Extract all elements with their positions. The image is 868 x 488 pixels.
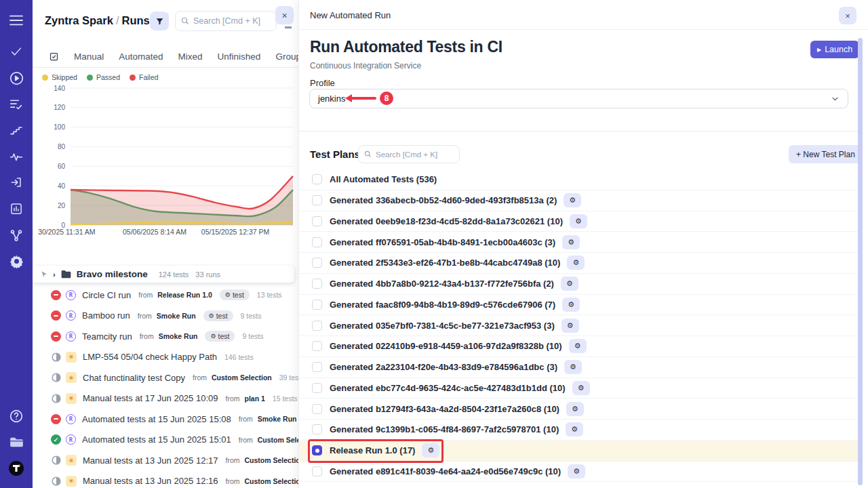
tab-mixed[interactable]: Mixed [178,52,203,62]
branch-icon [9,229,23,242]
runs-search[interactable] [175,11,277,31]
test-plan-row[interactable]: Generated 4bb7a8b0-9212-43a4-b137-f772fe… [299,274,858,295]
chevron-right-icon[interactable]: › [53,270,56,279]
test-plan-row[interactable]: Generated 0eeb9e18-f23d-4cd5-82dd-8a1a73… [299,211,858,232]
test-plan-settings-button[interactable]: ⚙ [568,464,585,479]
sidebar-item-steps-icon[interactable] [0,119,33,141]
test-plan-label: Generated 0eeb9e18-f23d-4cd5-82dd-8a1a73… [330,216,563,226]
run-row[interactable]: ✳Manual tests at 17 Jun 2025 10:09frompl… [33,388,298,409]
test-plans-search-input[interactable] [376,150,452,159]
checkbox[interactable] [312,362,322,372]
tab-unfinished[interactable]: Unfinished [218,52,261,62]
legend-dot [42,75,48,81]
sidebar-item-list-check-icon[interactable] [0,94,33,115]
checkbox-checked[interactable] [312,445,322,455]
checkbox[interactable] [312,383,322,393]
checkbox[interactable] [312,321,322,331]
checkbox[interactable] [312,279,322,289]
test-plan-row[interactable]: Generated 9c1399b1-c065-4f84-8697-7af2c5… [299,420,858,441]
test-plan-row[interactable]: Generated 2a223104-f20e-4b43-83d9-e78459… [299,357,858,378]
run-row[interactable]: RAutomated tests at 15 Jun 2025 15:08fro… [33,409,298,430]
test-plan-settings-button[interactable]: ⚙ [564,360,582,374]
checkbox[interactable] [312,237,322,247]
new-test-plan-button[interactable]: + New Test Plan [789,145,863,163]
test-plan-row[interactable]: Generated ebc77c4d-9635-424c-ac5e-427483… [299,378,858,399]
test-plan-row[interactable]: Generated 022410b9-e918-4459-a106-97d2a9… [299,336,858,357]
test-plan-settings-button[interactable]: ⚙ [569,339,587,353]
checkbox[interactable] [312,300,322,310]
search-icon [364,150,372,158]
sidebar-item-sign-in-icon[interactable] [0,171,33,193]
test-plan-row[interactable]: Generated 2f5343e3-ef26-47b1-be8b-44cabc… [299,253,858,274]
run-config-badge[interactable]: ⚙test [205,331,235,342]
launch-button[interactable]: ▶ Launch [810,41,859,58]
run-name: Automated tests at 15 Jun 2025 15:01 [82,434,231,445]
run-config-badge[interactable]: ⚙test [220,289,250,300]
runs-close-button[interactable]: × [275,6,294,24]
app-root: Zyntra Spark/Runs × ManualAutomatedMixed… [0,0,868,488]
test-plans-search[interactable] [358,145,460,163]
breadcrumb-page: Runs [121,14,149,26]
sidebar-item-help-icon[interactable] [0,405,33,427]
sidebar-item-branch-icon[interactable] [0,224,33,246]
sidebar-item-check-icon[interactable] [0,41,33,62]
checkbox[interactable] [312,341,322,351]
breadcrumb-app[interactable]: Zyntra Spark [45,14,113,26]
run-row[interactable]: ✳Manual tests at 13 Jun 2025 12:16fromCu… [33,471,298,488]
run-row[interactable]: ✳LMP-554 05/04 check Happy Path146 tests [33,347,298,368]
test-plan-settings-button[interactable]: ⚙ [567,256,585,270]
test-plan-row[interactable]: Generated e891c41f-8039-4e64-aa24-e0d56e… [299,462,858,483]
tab-groups[interactable]: Groups [275,52,298,62]
filter-button[interactable] [150,12,169,30]
checkbox[interactable] [312,216,322,226]
test-plan-row-selected[interactable]: Release Run 1.0 (17)⚙ [299,441,858,462]
tab-manual[interactable]: Manual [74,52,104,62]
test-plan-row[interactable]: Generated ff076591-05ab-4b4b-8491-1ecb00… [299,232,858,253]
test-plan-settings-button[interactable]: ⚙ [570,214,587,228]
sidebar-item-folder-icon[interactable] [0,431,33,453]
test-plan-settings-button[interactable]: ⚙ [564,193,581,207]
sidebar-item-bar-chart-icon[interactable] [0,198,33,220]
profile-select[interactable]: jenkins [309,89,848,108]
checkbox[interactable] [312,466,322,476]
checkbox[interactable] [312,258,322,268]
test-plan-settings-button[interactable]: ⚙ [566,422,583,436]
vertical-scrollbar[interactable] [858,38,863,485]
run-row[interactable]: ✓RAutomated tests at 15 Jun 2025 15:01fr… [33,430,298,451]
test-plan-settings-button[interactable]: ⚙ [561,319,579,333]
tab-automated[interactable]: Automated [119,52,163,62]
test-plan-row[interactable]: All Automated Tests (536) [299,169,858,190]
test-plan-settings-button[interactable]: ⚙ [572,381,590,395]
checkbox[interactable] [312,404,322,414]
sidebar-item-logo-t-icon[interactable] [0,458,33,479]
sidebar-item-gear-icon[interactable] [0,250,33,272]
svg-text:05/15/2025 12:37 PM: 05/15/2025 12:37 PM [201,228,269,236]
runs-search-input[interactable] [193,16,268,26]
milestone-row[interactable]: › Bravo milestone 124 tests 33 runs [33,266,294,283]
run-row[interactable]: RTeamcity runfromSmoke Run⚙test9 tests [33,326,298,347]
test-plan-settings-button[interactable]: ⚙ [562,235,580,249]
failed-status-icon [51,331,61,342]
run-row[interactable]: RBamboo runfromSmoke Run⚙test9 tests [33,306,298,327]
run-row[interactable]: RCircle CI runfromRelease Run 1.0⚙test13… [33,285,298,306]
panel-close-button[interactable]: × [839,7,856,24]
select-all-icon[interactable] [49,52,59,62]
test-plan-row[interactable]: Generated 035e7bf0-7381-4c5c-be77-321e73… [299,315,858,336]
sidebar-item-activity-icon[interactable] [0,146,33,167]
checkbox[interactable] [312,174,322,184]
test-plan-settings-button[interactable]: ⚙ [566,402,584,416]
sidebar-item-menu-icon[interactable] [0,9,33,31]
test-plan-row[interactable]: Generated 336abecb-0b52-4d60-9ded-493f3f… [299,190,858,211]
check-icon [9,45,23,58]
checkbox[interactable] [312,195,322,205]
test-plan-settings-button[interactable]: ⚙ [562,298,580,312]
test-plan-settings-button[interactable]: ⚙ [561,277,578,291]
run-row[interactable]: ✳Chat functinality test CopyfromCustom S… [33,367,298,388]
test-plan-settings-button[interactable]: ⚙ [422,443,439,458]
test-plan-row[interactable]: Generated b12794f3-643a-4a2d-8504-23f1e7… [299,399,858,420]
run-row[interactable]: ✳Manual tests at 13 Jun 2025 12:17fromCu… [33,450,298,471]
run-config-badge[interactable]: ⚙test [203,310,233,321]
sidebar-item-play-circle-icon[interactable] [0,67,33,89]
test-plan-row[interactable]: Generated faac8f09-94b8-4b19-89d9-c576cd… [299,295,858,316]
checkbox[interactable] [312,424,322,434]
